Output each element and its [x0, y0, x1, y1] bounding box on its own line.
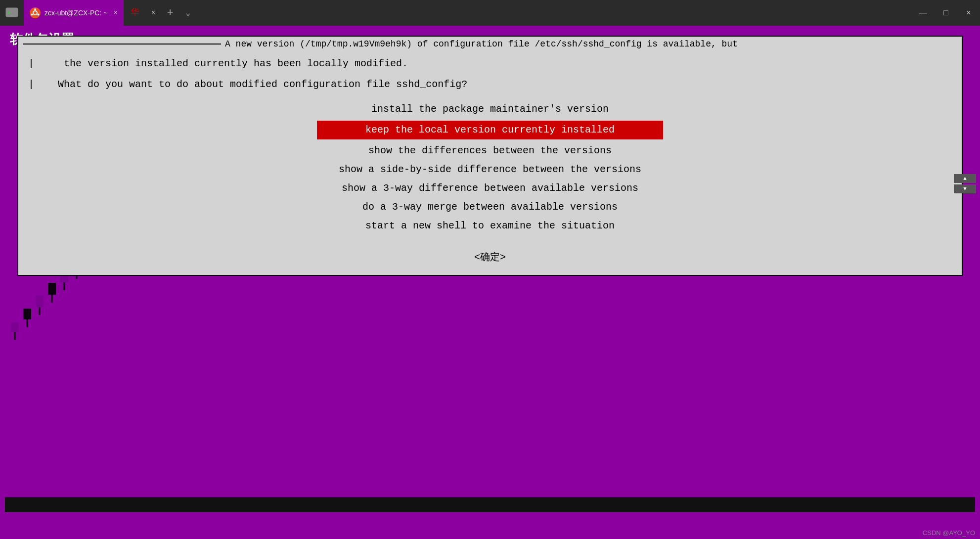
huawei-icon: 华	[130, 6, 145, 20]
menu-item-1[interactable]: install the package maintainer's version	[28, 100, 952, 119]
new-tab-button[interactable]: +	[161, 0, 179, 26]
svg-rect-9	[11, 322, 19, 332]
menu-item-4[interactable]: show a side-by-side difference between t…	[28, 160, 952, 179]
dialog-question: | What do you want to do about modified …	[28, 77, 952, 92]
dialog-content: | the version installed currently has be…	[18, 51, 962, 275]
watermark: CSDN @AYO_YO	[923, 529, 975, 537]
dialog-top-border: A new version (/tmp/tmp.w19Vm9eh9k) of c…	[18, 37, 962, 51]
tab-dropdown-button[interactable]: ⌄	[179, 0, 197, 26]
active-tab[interactable]: zcx-ubt@ZCX-PC: ~ ×	[24, 0, 124, 26]
minimize-button[interactable]: —	[912, 0, 935, 26]
window-controls: — □ ×	[912, 0, 980, 26]
terminal-tab-icon: >_	[0, 0, 24, 26]
svg-text:华: 华	[131, 7, 139, 17]
svg-text:>_: >_	[7, 10, 14, 16]
terminal-dialog: A new version (/tmp/tmp.w19Vm9eh9k) of c…	[17, 36, 963, 276]
maximize-button[interactable]: □	[935, 0, 957, 26]
menu-item-6[interactable]: do a 3-way merge between available versi…	[28, 198, 952, 217]
menu-item-2-selected[interactable]: keep the local version currently install…	[317, 121, 663, 139]
scroll-indicators: ▲ ▼	[954, 174, 976, 193]
ubuntu-icon	[30, 7, 41, 18]
svg-point-5	[38, 14, 40, 16]
svg-rect-15	[36, 295, 44, 307]
bottom-black-bar	[5, 497, 975, 512]
menu-item-7[interactable]: start a new shell to examine the situati…	[28, 217, 952, 235]
dialog-line2: | the version installed currently has be…	[28, 56, 952, 71]
menu-item-3[interactable]: show the differences between the version…	[28, 141, 952, 160]
title-bar: >_ zcx-ubt@ZCX-PC: ~ × 华 × + ⌄ — □ ×	[0, 0, 980, 26]
close-button[interactable]: ×	[957, 0, 980, 26]
svg-rect-18	[48, 283, 56, 295]
ok-button[interactable]: <确定>	[28, 250, 952, 265]
svg-rect-12	[23, 309, 31, 319]
svg-point-4	[34, 8, 36, 10]
dialog-message2: | the version installed currently has be…	[28, 58, 408, 69]
svg-point-6	[31, 14, 33, 16]
tab-title: zcx-ubt@ZCX-PC: ~	[45, 9, 107, 17]
main-area: 软件包设置	[0, 26, 980, 539]
huawei-tab-close-button[interactable]: ×	[151, 9, 155, 17]
menu-item-2-wrapper[interactable]: keep the local version currently install…	[28, 119, 952, 141]
menu-item-5[interactable]: show a 3-way difference between availabl…	[28, 179, 952, 198]
dialog-top-message: A new version (/tmp/tmp.w19Vm9eh9k) of c…	[225, 39, 738, 49]
tab-close-button[interactable]: ×	[113, 9, 117, 17]
huawei-tab[interactable]: 华 ×	[124, 0, 161, 26]
